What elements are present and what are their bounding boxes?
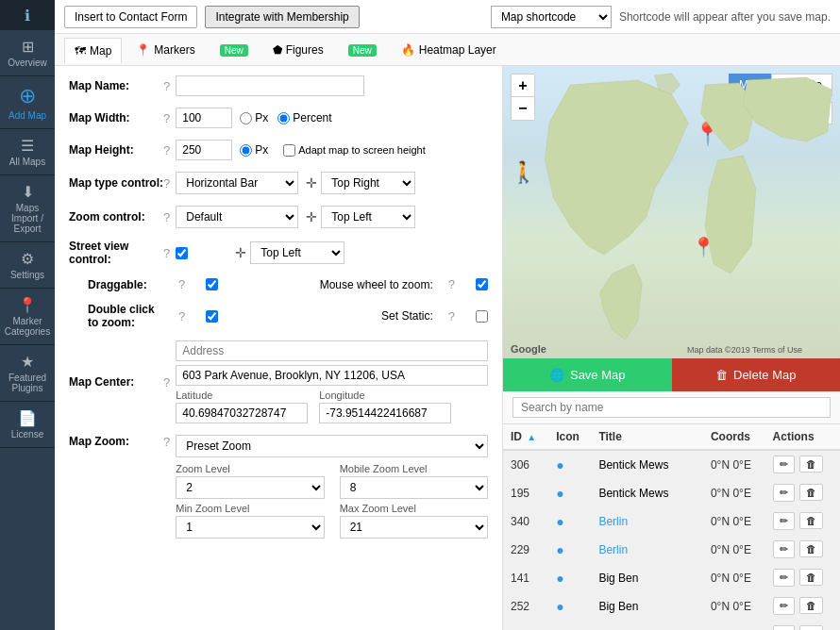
info-icon: ℹ — [25, 7, 30, 25]
col-id[interactable]: ID ▲ — [503, 424, 548, 450]
sidebar-item-settings[interactable]: ⚙ Settings — [0, 242, 55, 289]
sidebar-item-add-map[interactable]: ⊕ Add Map — [0, 76, 55, 129]
set-static-help-icon[interactable]: ? — [448, 309, 455, 323]
mouse-wheel-help-icon[interactable]: ? — [448, 277, 455, 291]
marker-title-link[interactable]: Big Ben — [598, 572, 638, 585]
tab-heatmap[interactable]: 🔥 Heatmap Layer — [391, 37, 507, 62]
min-zoom-group: Min Zoom Level 123 — [176, 503, 324, 539]
draggable-help-icon[interactable]: ? — [178, 277, 185, 291]
marker-edit-button[interactable]: ✏ — [773, 512, 795, 530]
delete-map-button[interactable]: 🗑 Delete Map — [672, 358, 841, 391]
map-type-select[interactable]: Horizontal Bar Dropdown None — [176, 172, 298, 194]
max-zoom-select[interactable]: 202122 — [340, 516, 488, 539]
min-max-zoom-row: Min Zoom Level 123 Max Zoom Level 202122 — [176, 503, 488, 539]
map-zoom-out-button[interactable]: − — [512, 97, 534, 120]
street-view-position-select[interactable]: Top Left Top Right Bottom Left Bottom Ri… — [250, 241, 344, 264]
mobile-zoom-select[interactable]: 789 — [340, 476, 488, 499]
sidebar-item-license[interactable]: 📄 License — [0, 402, 55, 448]
map-zoom-preset-select[interactable]: Preset Zoom — [176, 435, 488, 457]
marker-delete-button[interactable]: 🗑 — [799, 512, 823, 529]
marker-edit-button[interactable]: ✏ — [773, 540, 795, 558]
marker-delete-button[interactable]: 🗑 — [799, 569, 823, 586]
map-pin-2: 📍 — [692, 236, 715, 258]
featured-plugins-icon: ★ — [21, 353, 34, 371]
marker-edit-button[interactable]: ✏ — [773, 597, 795, 615]
marker-edit-button[interactable]: ✏ — [773, 456, 795, 473]
adapt-map-height-option[interactable]: Adapt map to screen height — [283, 144, 426, 157]
street-view-help-icon[interactable]: ? — [163, 246, 170, 260]
shortcode-select[interactable]: Map shortcode Marker shortcode — [491, 6, 612, 28]
tab-map[interactable]: 🗺 Map — [64, 38, 122, 63]
address-placeholder-input[interactable] — [176, 340, 488, 361]
map-height-help-icon[interactable]: ? — [163, 143, 170, 158]
marker-delete-button[interactable]: 🗑 — [799, 484, 823, 501]
marker-delete-button[interactable]: 🗑 — [799, 625, 823, 630]
draggable-checkbox[interactable] — [206, 278, 218, 290]
sidebar-item-all-maps[interactable]: ☰ All Maps — [0, 129, 55, 175]
map-fullscreen-button[interactable]: ⛶ — [810, 102, 832, 124]
sidebar-item-marker-categories[interactable]: 📍 Marker Categories — [0, 289, 55, 345]
street-view-label: Street view control: — [69, 240, 163, 266]
tab-markers-new[interactable]: New — [210, 38, 259, 62]
sidebar-item-import-export[interactable]: ⬇ Maps Import / Export — [0, 175, 55, 242]
sidebar-item-featured-plugins[interactable]: ★ Featured Plugins — [0, 345, 55, 402]
set-static-checkbox[interactable] — [476, 310, 488, 323]
insert-contact-form-button[interactable]: Insert to Contact Form — [64, 6, 197, 28]
tab-figures-new[interactable]: New — [338, 38, 387, 62]
map-width-px-option[interactable]: Px — [240, 111, 268, 124]
marker-edit-button[interactable]: ✏ — [773, 484, 795, 502]
search-input[interactable] — [512, 397, 831, 418]
marker-actions: ✏ 🗑 — [765, 592, 840, 621]
min-zoom-select[interactable]: 123 — [176, 516, 324, 539]
marker-title-link[interactable]: Bentick Mews — [598, 487, 668, 500]
integrate-membership-button[interactable]: Integrate with Membership — [205, 6, 359, 28]
mouse-wheel-checkbox[interactable] — [476, 278, 488, 290]
double-click-help-icon[interactable]: ? — [178, 309, 185, 323]
map-width-percent-option[interactable]: Percent — [277, 111, 331, 124]
latitude-input[interactable] — [176, 403, 308, 423]
marker-delete-button[interactable]: 🗑 — [799, 456, 823, 472]
map-name-help-icon[interactable]: ? — [163, 79, 170, 93]
street-view-pegman[interactable]: 🚶 — [511, 160, 536, 185]
marker-title-link[interactable]: Berlin — [598, 515, 628, 528]
map-type-help-icon[interactable]: ? — [163, 176, 170, 191]
zoom-control-help-icon[interactable]: ? — [163, 210, 170, 224]
map-center-help-icon[interactable]: ? — [163, 375, 170, 390]
map-width-input[interactable] — [176, 108, 232, 128]
map-center-row: Map Center: ? Latitude Longitude — [69, 340, 488, 423]
add-map-icon: ⊕ — [19, 84, 36, 108]
map-name-input[interactable] — [176, 75, 364, 96]
sidebar-label-overview: Overview — [8, 58, 47, 68]
markers-table-wrap[interactable]: ID ▲ Icon Title Coords Actions 306 ● — [503, 424, 840, 630]
address-value-input[interactable] — [176, 365, 488, 386]
zoom-level-select[interactable]: 123 — [176, 476, 324, 499]
marker-edit-button[interactable]: ✏ — [773, 569, 795, 587]
table-row: 141 ● Big Ben 0°N 0°E ✏ 🗑 — [503, 564, 840, 592]
street-view-checkbox[interactable] — [176, 247, 188, 259]
marker-delete-button[interactable]: 🗑 — [799, 540, 823, 557]
marker-title-link[interactable]: Berlin — [598, 543, 628, 556]
map-zoom-in-button[interactable]: + — [512, 75, 534, 97]
map-height-px-option[interactable]: Px — [240, 143, 268, 157]
double-click-checkbox[interactable] — [206, 310, 218, 323]
longitude-input[interactable] — [319, 403, 451, 423]
set-static-label: Set Static: — [381, 309, 433, 323]
zoom-control-position-select[interactable]: Top Left Top Right Bottom Left Bottom Ri… — [321, 206, 415, 228]
tab-markers[interactable]: 📍 Markers — [126, 37, 205, 62]
marker-title-link[interactable]: Bentick Mews — [598, 458, 668, 472]
save-map-button[interactable]: 🌐 Save Map — [503, 358, 672, 391]
map-zoom-help-icon[interactable]: ? — [163, 435, 170, 449]
map-width-help-icon[interactable]: ? — [163, 111, 170, 125]
sidebar-item-overview[interactable]: ⊞ Overview — [0, 30, 55, 76]
zoom-level-label: Zoom Level — [176, 463, 324, 474]
map-height-input[interactable] — [176, 140, 232, 160]
map-type-position-select[interactable]: Top Right Top Left Bottom Right Bottom L… — [321, 172, 415, 194]
map-type-satellite-button[interactable]: Satellite — [771, 74, 832, 96]
tab-figures[interactable]: ⬟ Figures — [262, 37, 334, 62]
marker-edit-button[interactable]: ✏ — [773, 625, 795, 630]
map-type-map-button[interactable]: Map — [729, 74, 771, 96]
street-view-cross-icon: ✛ — [235, 245, 246, 260]
marker-delete-button[interactable]: 🗑 — [799, 597, 823, 614]
marker-title-link[interactable]: Big Ben — [598, 600, 638, 613]
zoom-control-select[interactable]: Default Small None — [176, 206, 298, 228]
